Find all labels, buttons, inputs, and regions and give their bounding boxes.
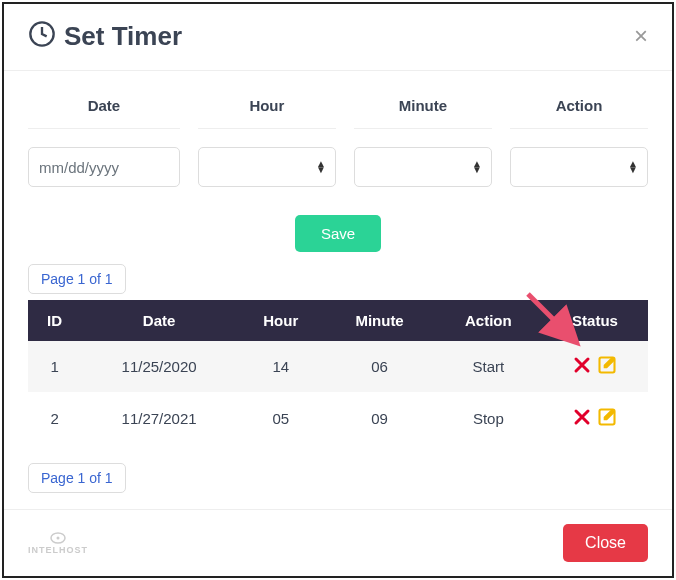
pagination-bottom[interactable]: Page 1 of 1: [28, 463, 126, 493]
cell-minute: 06: [324, 341, 434, 393]
th-date: Date: [81, 300, 237, 341]
brand-logo: INTELHOST: [28, 532, 88, 555]
th-id: ID: [28, 300, 81, 341]
th-minute: Minute: [324, 300, 434, 341]
cell-minute: 09: [324, 393, 434, 445]
form-header-action: Action: [510, 87, 648, 129]
delete-icon[interactable]: [573, 408, 591, 429]
brand-text: INTELHOST: [28, 545, 88, 555]
delete-icon[interactable]: [573, 356, 591, 377]
cell-hour: 14: [237, 341, 324, 393]
cell-id: 2: [28, 393, 81, 445]
date-input[interactable]: [28, 147, 180, 187]
table-row: 211/27/20210509Stop: [28, 393, 648, 445]
th-status: Status: [542, 300, 648, 341]
modal-header: Set Timer ×: [4, 4, 672, 71]
cell-action: Stop: [435, 393, 542, 445]
action-select[interactable]: [510, 147, 648, 187]
save-button[interactable]: Save: [295, 215, 381, 252]
modal-footer: INTELHOST Close: [4, 509, 672, 576]
edit-icon[interactable]: [597, 407, 617, 430]
form-header-hour: Hour: [198, 87, 336, 129]
cell-date: 11/25/2020: [81, 341, 237, 393]
th-action: Action: [435, 300, 542, 341]
clock-icon: [28, 20, 56, 52]
form-header-date: Date: [28, 87, 180, 129]
cell-hour: 05: [237, 393, 324, 445]
modal-body: Date Hour ▲▼ Minute: [4, 71, 672, 509]
close-button[interactable]: Close: [563, 524, 648, 562]
edit-icon[interactable]: [597, 355, 617, 378]
cell-id: 1: [28, 341, 81, 393]
timers-table: ID Date Hour Minute Action Status 111/25…: [28, 300, 648, 445]
cell-date: 11/27/2021: [81, 393, 237, 445]
th-hour: Hour: [237, 300, 324, 341]
svg-point-4: [57, 536, 60, 539]
pagination-top[interactable]: Page 1 of 1: [28, 264, 126, 294]
set-timer-modal: Set Timer × Date Hour ▲▼ M: [2, 2, 674, 578]
close-icon[interactable]: ×: [634, 24, 648, 48]
cell-action: Start: [435, 341, 542, 393]
minute-select[interactable]: [354, 147, 492, 187]
hour-select[interactable]: [198, 147, 336, 187]
table-row: 111/25/20201406Start: [28, 341, 648, 393]
modal-title: Set Timer: [64, 21, 182, 52]
form-header-minute: Minute: [354, 87, 492, 129]
form-row: Date Hour ▲▼ Minute: [28, 71, 648, 187]
